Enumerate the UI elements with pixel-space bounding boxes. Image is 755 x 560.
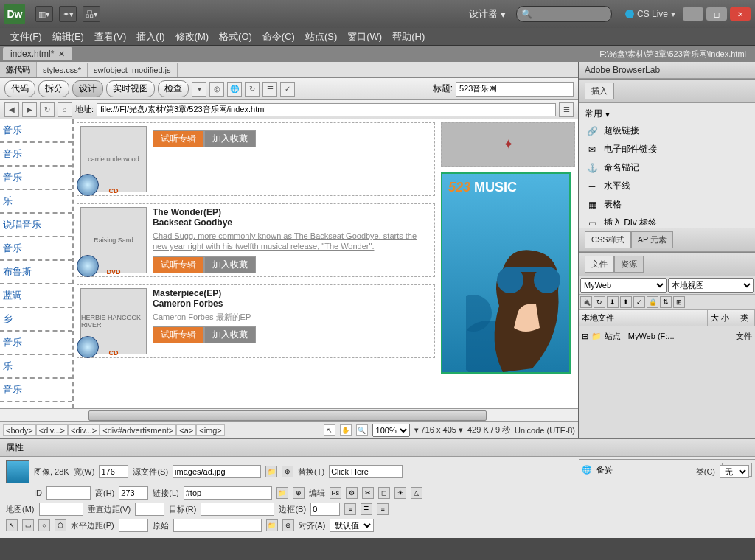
insert-item[interactable]: ▭插入 Div 标签 [582, 214, 752, 225]
crop-icon[interactable]: ✂ [362, 487, 374, 499]
hand-tool-icon[interactable]: ✋ [340, 424, 352, 436]
menu-item[interactable]: 插入(I) [136, 30, 164, 43]
category-link[interactable]: 乐 [0, 355, 72, 379]
nav-refresh-icon[interactable]: ↻ [40, 102, 55, 117]
category-link[interactable]: 音乐 [0, 379, 72, 402]
browse-link-icon[interactable]: 📁 [276, 487, 288, 499]
hspace-input[interactable] [119, 519, 148, 532]
category-link[interactable]: 音乐 [0, 119, 72, 143]
edit-ps-icon[interactable]: Ps [330, 487, 341, 499]
tag-selector[interactable]: <img> [196, 424, 225, 436]
select-tool-icon[interactable]: ↖ [324, 424, 335, 436]
category-link[interactable]: 音乐 [0, 332, 72, 355]
refresh-files-icon[interactable]: ↻ [594, 296, 605, 308]
tree-root[interactable]: ⊞📁 站点 - MyWeb (F:... 文件 [582, 329, 752, 343]
point-orig-icon[interactable]: ⊕ [282, 519, 294, 531]
favorite-button[interactable]: 加入收藏 [204, 130, 256, 147]
cslive-button[interactable]: CS Live ▾ [625, 9, 675, 19]
rect-hotspot-icon[interactable]: ▭ [22, 519, 34, 531]
tag-selector[interactable]: <div#advertisment> [100, 424, 176, 436]
multiscreen-icon[interactable]: ▾ [192, 82, 206, 97]
insert-item[interactable]: ⚓命名锚记 [582, 158, 752, 177]
listen-button[interactable]: 试听专辑 [153, 326, 204, 343]
inspect-button[interactable]: 检查 [158, 80, 189, 97]
address-input[interactable] [97, 103, 556, 116]
files-tab[interactable]: 文件 [585, 256, 614, 273]
tag-selector[interactable]: <div...> [36, 424, 68, 436]
files-tree[interactable]: ⊞📁 站点 - MyWeb (F:... 文件 [579, 326, 755, 459]
extend-icon[interactable]: ✦▾ [59, 6, 77, 22]
tag-selector[interactable]: <body> [3, 424, 36, 436]
orig-input[interactable] [173, 519, 262, 532]
workspace-switcher[interactable]: 设计器 ▾ [465, 6, 510, 22]
brightness-icon[interactable]: ☀ [394, 487, 406, 499]
insert-tab[interactable]: 插入 [585, 83, 614, 99]
file-mgmt-icon[interactable]: ☰ [262, 82, 277, 97]
target-input[interactable] [201, 503, 274, 516]
flash-placeholder[interactable]: ✦ [441, 122, 575, 167]
poly-hotspot-icon[interactable]: ⬠ [55, 519, 66, 531]
oval-hotspot-icon[interactable]: ○ [38, 519, 50, 531]
minimize-button[interactable]: — [683, 7, 703, 21]
class-select[interactable]: 无 [720, 465, 749, 478]
assets-tab[interactable]: 资源 [614, 256, 644, 273]
layout-icon[interactable]: ▥▾ [35, 6, 53, 22]
insert-item[interactable]: ✉电子邮件链接 [582, 140, 752, 158]
insert-category-select[interactable]: 常用 [585, 108, 602, 120]
document-tab[interactable]: index.html*✕ [3, 47, 72, 60]
menu-item[interactable]: 站点(S) [305, 30, 337, 43]
close-tab-icon[interactable]: ✕ [58, 49, 65, 59]
height-input[interactable] [119, 486, 148, 500]
favorite-button[interactable]: 加入收藏 [204, 326, 256, 343]
globe-icon[interactable]: 🌐 [582, 465, 592, 475]
insert-item[interactable]: 🔗超级链接 [582, 122, 752, 140]
related-file-tab[interactable]: styles.css* [37, 63, 88, 77]
listen-button[interactable]: 试听专辑 [153, 130, 204, 147]
related-file-tab[interactable]: 源代码 [0, 62, 37, 77]
alt-input[interactable] [329, 465, 403, 478]
border-input[interactable] [310, 503, 340, 516]
search-input[interactable]: 🔍 [516, 6, 612, 22]
favorite-button[interactable]: 加入收藏 [204, 256, 256, 273]
zoom-select[interactable]: 100% [372, 424, 410, 437]
browserlab-header[interactable]: Adobe BrowserLab [579, 62, 755, 79]
menu-item[interactable]: 文件(F) [10, 30, 42, 43]
align-select[interactable]: 默认值 [330, 519, 374, 532]
category-link[interactable]: 乐 [0, 190, 72, 214]
link-input[interactable] [184, 486, 272, 500]
edit-settings-icon[interactable]: ⚙ [346, 487, 358, 499]
related-file-tab[interactable]: swfobject_modified.js [88, 63, 178, 77]
align-left-icon[interactable]: ≡ [344, 503, 356, 515]
put-icon[interactable]: ⬆ [620, 296, 632, 308]
category-link[interactable]: 说唱音乐 [0, 214, 72, 237]
category-link[interactable]: 乡 [0, 308, 72, 332]
category-link[interactable]: 蓝调 [0, 284, 72, 308]
connect-icon[interactable]: 🔌 [580, 296, 592, 308]
insert-item[interactable]: ▦表格 [582, 195, 752, 214]
css-styles-tab[interactable]: CSS样式 [585, 231, 631, 248]
horizontal-scrollbar[interactable] [0, 408, 578, 421]
site-icon[interactable]: 品▾ [83, 6, 100, 22]
design-view-button[interactable]: 设计 [72, 80, 103, 97]
insert-item[interactable]: ─水平线 [582, 177, 752, 195]
album-art[interactable]: HERBIE HANCOCK RIVERCD [80, 288, 147, 354]
preview-icon[interactable]: 🌐 [227, 82, 242, 97]
design-view[interactable]: 音乐音乐音乐乐说唱音乐音乐布鲁斯蓝调乡音乐乐音乐 carrie underwoo… [0, 119, 578, 408]
nav-fwd-icon[interactable]: ▶ [22, 102, 37, 117]
category-link[interactable]: 布鲁斯 [0, 261, 72, 284]
sharpen-icon[interactable]: △ [411, 487, 422, 499]
split-view-button[interactable]: 拆分 [38, 80, 69, 97]
vspace-input[interactable] [135, 503, 164, 516]
site-select[interactable]: MyWeb [580, 278, 667, 293]
menu-item[interactable]: 格式(O) [219, 30, 252, 43]
menu-item[interactable]: 查看(V) [94, 30, 126, 43]
validate-icon[interactable]: ✓ [280, 82, 295, 97]
menu-item[interactable]: 窗口(W) [347, 30, 382, 43]
id-input[interactable] [46, 486, 91, 500]
category-link[interactable]: 音乐 [0, 167, 72, 190]
point-to-file-icon[interactable]: ⊕ [282, 466, 293, 477]
align-center-icon[interactable]: ≣ [361, 503, 372, 515]
nav-home-icon[interactable]: ⌂ [58, 102, 72, 117]
get-icon[interactable]: ⬇ [607, 296, 619, 308]
tag-selector[interactable]: <a> [176, 424, 196, 436]
